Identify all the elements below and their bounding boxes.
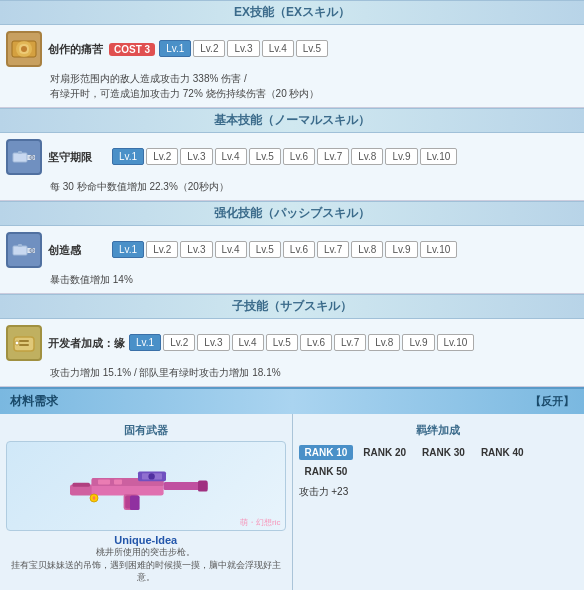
passive-level-tabs: Lv.1 Lv.2 Lv.3 Lv.4 Lv.5 Lv.6 Lv.7 Lv.8 … [112, 241, 578, 260]
rank10-btn[interactable]: RANK 10 [299, 445, 354, 460]
svg-rect-14 [19, 340, 29, 342]
svg-point-2 [21, 46, 27, 52]
normal-lv9-btn[interactable]: Lv.9 [385, 148, 417, 165]
passive-lv10-btn[interactable]: Lv.10 [420, 241, 458, 258]
sub-lv10-btn[interactable]: Lv.10 [437, 334, 475, 351]
svg-point-12 [30, 249, 34, 253]
rank30-btn[interactable]: RANK 30 [416, 445, 471, 460]
normal-lv1-btn[interactable]: Lv.1 [112, 148, 144, 165]
normal-lv3-btn[interactable]: Lv.3 [180, 148, 212, 165]
sub-lv5-btn[interactable]: Lv.5 [266, 334, 298, 351]
sub-skill-icon [6, 325, 42, 361]
ex-lv3-btn[interactable]: Lv.3 [227, 40, 259, 57]
svg-rect-30 [114, 480, 122, 485]
rank-grid: RANK 10 RANK 20 RANK 30 RANK 40 RANK 50 [299, 441, 579, 483]
sub-lv2-btn[interactable]: Lv.2 [163, 334, 195, 351]
weapon-lore: 桃井所使用的突击步枪。 挂有宝贝妹妹送的吊饰，遇到困难的时候摸一摸，脑中就会浮现… [6, 546, 286, 584]
normal-lv4-btn[interactable]: Lv.4 [215, 148, 247, 165]
bond-col-header: 羁绊加成 [299, 420, 579, 441]
ex-lv5-btn[interactable]: Lv.5 [296, 40, 328, 57]
sub-skill-row: 开发者加成：缘 Lv.1 Lv.2 Lv.3 Lv.4 Lv.5 Lv.6 Lv… [0, 323, 584, 363]
weapon-name: Unique-Idea [6, 534, 286, 546]
ex-skill-name-cost: 创作的痛苦 COST 3 [48, 42, 155, 57]
passive-skill-icon [6, 232, 42, 268]
normal-skill-header: 基本技能（ノーマルスキル） [0, 108, 584, 133]
watermark: 萌・幻想ric [240, 517, 280, 528]
passive-lv6-btn[interactable]: Lv.6 [283, 241, 315, 258]
passive-level-row: Lv.1 Lv.2 Lv.3 Lv.4 Lv.5 Lv.6 Lv.7 Lv.8 … [112, 241, 578, 258]
sub-skill-section: 子技能（サブスキル） 开发者加成：缘 Lv.1 Lv.2 Lv.3 Lv.4 L… [0, 294, 584, 387]
passive-skill-row: 创造感 Lv.1 Lv.2 Lv.3 Lv.4 Lv.5 Lv.6 Lv.7 L… [0, 230, 584, 270]
ex-skill-desc: 对扇形范围内的敌人造成攻击力 338% 伤害 / 有绿开时，可造成追加攻击力 7… [0, 69, 584, 103]
normal-skill-section: 基本技能（ノーマルスキル） 坚守期限 Lv.1 Lv.2 Lv.3 Lv.4 [0, 108, 584, 201]
ex-skill-icon [6, 31, 42, 67]
sub-lv6-btn[interactable]: Lv.6 [300, 334, 332, 351]
ex-lv2-btn[interactable]: Lv.2 [193, 40, 225, 57]
ex-lv1-btn[interactable]: Lv.1 [159, 40, 191, 57]
passive-skill-section: 强化技能（パッシブスキル） 创造感 Lv.1 Lv.2 Lv.3 Lv.4 [0, 201, 584, 294]
sub-lv7-btn[interactable]: Lv.7 [334, 334, 366, 351]
weapon-column: 固有武器 [0, 414, 293, 590]
ex-skill-name: 创作的痛苦 [48, 42, 103, 57]
sub-lv3-btn[interactable]: Lv.3 [197, 334, 229, 351]
svg-rect-9 [13, 246, 27, 255]
svg-rect-4 [13, 153, 27, 162]
rank20-btn[interactable]: RANK 20 [357, 445, 412, 460]
passive-lv5-btn[interactable]: Lv.5 [249, 241, 281, 258]
normal-lv10-btn[interactable]: Lv.10 [420, 148, 458, 165]
sub-lv8-btn[interactable]: Lv.8 [368, 334, 400, 351]
normal-level-row: Lv.1 Lv.2 Lv.3 Lv.4 Lv.5 Lv.6 Lv.7 Lv.8 … [112, 148, 578, 165]
normal-lv2-btn[interactable]: Lv.2 [146, 148, 178, 165]
ex-skill-row: 创作的痛苦 COST 3 Lv.1 Lv.2 Lv.3 Lv.4 Lv.5 [0, 29, 584, 69]
passive-skill-name: 创造感 [48, 243, 108, 258]
passive-lv3-btn[interactable]: Lv.3 [180, 241, 212, 258]
ex-cost-badge: COST 3 [109, 43, 155, 56]
normal-lv7-btn[interactable]: Lv.7 [317, 148, 349, 165]
normal-lv8-btn[interactable]: Lv.8 [351, 148, 383, 165]
sub-lv1-btn[interactable]: Lv.1 [129, 334, 161, 351]
sub-skill-name: 开发者加成：缘 [48, 336, 125, 351]
sub-skill-header: 子技能（サブスキル） [0, 294, 584, 319]
svg-rect-29 [98, 480, 110, 485]
weapon-col-header: 固有武器 [6, 420, 286, 441]
weapon-svg [66, 451, 226, 521]
weapon-image: 萌・幻想ric [6, 441, 286, 531]
svg-rect-5 [18, 151, 22, 154]
svg-rect-15 [19, 344, 29, 346]
materials-header: 材料需求 【反开】 [0, 389, 584, 414]
svg-rect-10 [18, 244, 22, 247]
sub-lv4-btn[interactable]: Lv.4 [232, 334, 264, 351]
normal-skill-icon [6, 139, 42, 175]
sub-lv9-btn[interactable]: Lv.9 [402, 334, 434, 351]
normal-lv5-btn[interactable]: Lv.5 [249, 148, 281, 165]
sub-level-row: Lv.1 Lv.2 Lv.3 Lv.4 Lv.5 Lv.6 Lv.7 Lv.8 … [129, 334, 578, 351]
normal-level-tabs: Lv.1 Lv.2 Lv.3 Lv.4 Lv.5 Lv.6 Lv.7 Lv.8 … [112, 148, 578, 167]
rank40-btn[interactable]: RANK 40 [475, 445, 530, 460]
ex-lv4-btn[interactable]: Lv.4 [262, 40, 294, 57]
passive-lv7-btn[interactable]: Lv.7 [317, 241, 349, 258]
bond-effect: 攻击力 +23 [299, 483, 579, 501]
svg-point-16 [15, 341, 19, 345]
ex-level-row: Lv.1 Lv.2 Lv.3 Lv.4 Lv.5 [159, 40, 578, 57]
normal-skill-row: 坚守期限 Lv.1 Lv.2 Lv.3 Lv.4 Lv.5 Lv.6 Lv.7 … [0, 137, 584, 177]
passive-lv4-btn[interactable]: Lv.4 [215, 241, 247, 258]
passive-skill-desc: 暴击数值增加 14% [0, 270, 584, 289]
passive-lv1-btn[interactable]: Lv.1 [112, 241, 144, 258]
svg-rect-23 [130, 496, 140, 510]
ex-level-tabs: Lv.1 Lv.2 Lv.3 Lv.4 Lv.5 [159, 40, 578, 59]
normal-skill-desc: 每 30 秒命中数值增加 22.3%（20秒内） [0, 177, 584, 196]
passive-lv2-btn[interactable]: Lv.2 [146, 241, 178, 258]
materials-title: 材料需求 [10, 393, 58, 410]
materials-columns: 固有武器 [0, 414, 584, 590]
materials-toggle[interactable]: 【反开】 [530, 394, 574, 409]
ex-skill-section: EX技能（EXスキル） 创作的痛苦 COST 3 Lv.1 Lv.2 Lv.3 [0, 0, 584, 108]
normal-skill-name: 坚守期限 [48, 150, 108, 165]
sub-level-tabs: Lv.1 Lv.2 Lv.3 Lv.4 Lv.5 Lv.6 Lv.7 Lv.8 … [129, 334, 578, 353]
passive-lv9-btn[interactable]: Lv.9 [385, 241, 417, 258]
normal-lv6-btn[interactable]: Lv.6 [283, 148, 315, 165]
svg-point-28 [148, 473, 154, 479]
svg-rect-25 [198, 480, 208, 491]
rank50-btn[interactable]: RANK 50 [299, 464, 354, 479]
passive-lv8-btn[interactable]: Lv.8 [351, 241, 383, 258]
svg-rect-18 [72, 483, 90, 487]
